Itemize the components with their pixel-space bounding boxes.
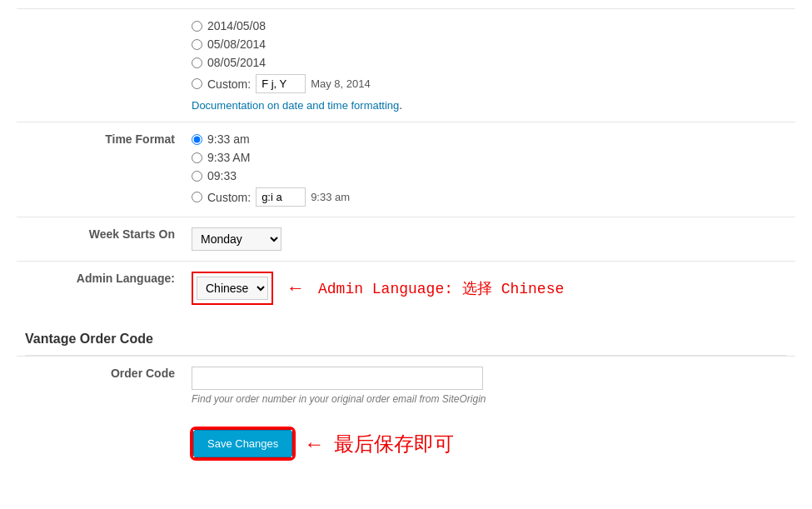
time-radio-3[interactable] [192,171,202,182]
date-radio-3[interactable] [192,57,202,68]
date-custom-input[interactable] [256,74,306,93]
date-option-2: 05/08/2014 [192,37,787,51]
order-code-row: Order Code Find your order number in you… [17,357,795,416]
date-option-1: 2014/05/08 [192,19,787,32]
date-option-3: 08/05/2014 [192,56,787,69]
date-option-1-label: 2014/05/08 [207,19,266,32]
week-starts-label: Week Starts On [17,217,183,262]
date-option-3-label: 08/05/2014 [207,56,266,69]
time-custom-preview: 9:33 am [311,191,350,203]
time-option-3: 09:33 [192,169,787,182]
time-radio-2[interactable] [192,152,202,163]
vantage-heading-row: Vantage Order Code [17,315,795,357]
date-custom-label: Custom: [207,77,251,91]
date-option-2-label: 05/08/2014 [207,37,266,51]
time-radio-1[interactable] [192,134,202,145]
vantage-heading: Vantage Order Code [25,323,787,350]
week-starts-field: Sunday Monday Tuesday Wednesday Thursday… [183,217,795,262]
date-format-label [17,9,183,122]
week-starts-row: Week Starts On Sunday Monday Tuesday Wed… [17,217,795,262]
time-radio-custom[interactable] [192,192,202,202]
time-option-3-label: 09:33 [207,169,237,182]
time-option-2: 9:33 AM [192,151,787,164]
page-wrapper: 2014/05/08 05/08/2014 08/05/2014 Custom: [0,0,812,509]
date-option-custom: Custom: May 8, 2014 [192,74,787,93]
order-code-input[interactable] [192,367,483,390]
time-custom-input[interactable] [256,187,306,207]
time-custom-label: Custom: [207,191,251,204]
date-format-options: 2014/05/08 05/08/2014 08/05/2014 Custom: [192,19,787,112]
order-code-helper: Find your order number in your original … [192,393,787,405]
time-format-options: 9:33 am 9:33 AM 09:33 Custom: 9:33 [192,132,787,207]
order-code-label: Order Code [17,357,183,416]
time-option-1: 9:33 am [192,132,787,146]
admin-language-label: Admin Language: [17,262,183,316]
doc-link[interactable]: Documentation on date and time formattin… [192,99,399,112]
lang-annotation-text: Admin Language: 选择 Chinese [318,278,564,298]
time-option-custom: Custom: 9:33 am [192,187,787,207]
date-radio-2[interactable] [192,39,202,50]
save-button[interactable]: Save Changes [193,430,292,457]
admin-language-row: Admin Language: English Chinese French G… [17,262,795,316]
save-row: Save Changes ← 最后保存即可 [17,415,795,459]
date-format-field: 2014/05/08 05/08/2014 08/05/2014 Custom: [183,9,795,122]
admin-language-select[interactable]: English Chinese French German Spanish [197,277,268,300]
date-format-row: 2014/05/08 05/08/2014 08/05/2014 Custom: [17,9,795,122]
date-custom-preview: May 8, 2014 [311,77,371,90]
lang-select-wrapper: English Chinese French German Spanish [192,272,273,305]
save-btn-wrapper: Save Changes [192,428,294,459]
settings-table: 2014/05/08 05/08/2014 08/05/2014 Custom: [17,8,795,459]
date-radio-custom[interactable] [192,78,202,89]
doc-link-wrapper: Documentation on date and time formattin… [192,98,787,112]
time-format-field: 9:33 am 9:33 AM 09:33 Custom: 9:33 [183,122,795,217]
admin-language-field: English Chinese French German Spanish ← … [183,262,795,316]
time-format-row: Time Format 9:33 am 9:33 AM 09:33 [17,122,795,217]
time-option-1-label: 9:33 am [207,132,250,146]
time-format-label: Time Format [17,122,183,217]
lang-arrow-icon: ← [286,277,305,299]
week-starts-select[interactable]: Sunday Monday Tuesday Wednesday Thursday… [192,227,281,251]
save-annotation-text: 最后保存即可 [334,431,454,457]
date-radio-1[interactable] [192,21,202,32]
order-code-field: Find your order number in your original … [183,357,795,416]
time-option-2-label: 9:33 AM [207,151,250,164]
save-arrow-icon: ← [304,432,324,456]
